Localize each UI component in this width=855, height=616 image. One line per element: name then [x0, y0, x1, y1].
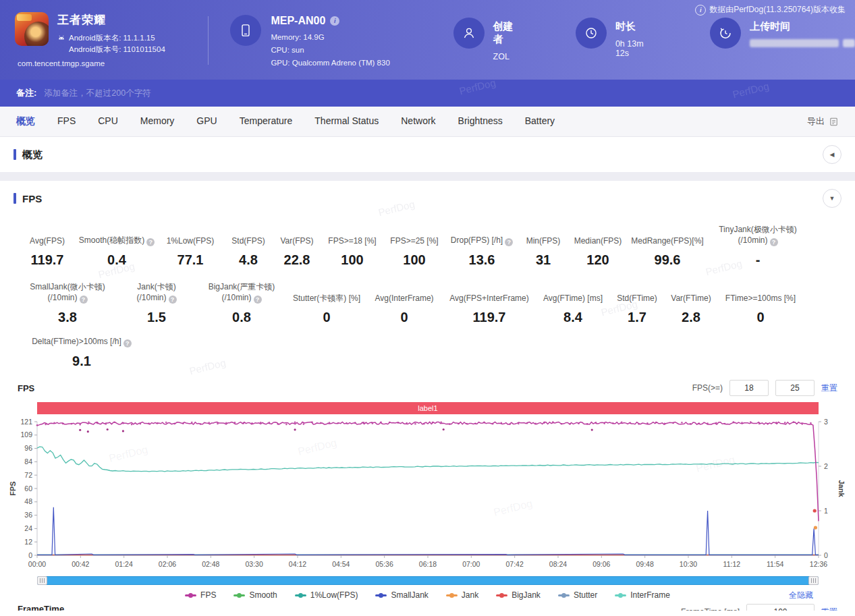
fps-threshold-input-2[interactable] — [775, 380, 815, 396]
fps-collapse-button[interactable]: ▼ — [823, 189, 842, 208]
metric-value: 4.8 — [224, 252, 273, 268]
legend-marker — [185, 594, 196, 596]
android-version-code: Android版本号: 1101011504 — [57, 44, 165, 55]
metric-cell: Min(FPS)31 — [518, 235, 568, 268]
metric-cell: FPS>=25 [%]100 — [383, 235, 445, 268]
fps-metrics-row-2: SmallJank(微小卡顿)(/10min)?3.8Jank(卡顿)(/10m… — [0, 281, 855, 325]
y-tick-label: 0 — [28, 551, 32, 559]
metric-value: 3.8 — [18, 310, 117, 325]
frametime-threshold-input[interactable] — [746, 604, 815, 611]
legend-item-stutter[interactable]: Stutter — [558, 590, 597, 600]
metric-label: FPS>=18 [%] — [321, 235, 383, 246]
metric-value: 0.4 — [77, 252, 157, 268]
tab-brightness[interactable]: Brightness — [458, 115, 503, 128]
x-tick-label: 00:00 — [28, 560, 46, 568]
metric-label: 1%Low(FPS) — [157, 235, 224, 246]
metric-value: 2.8 — [664, 310, 718, 325]
legend-marker — [233, 594, 245, 596]
help-icon[interactable]: ? — [123, 339, 132, 347]
info-icon: i — [695, 5, 706, 16]
x-tick-label: 07:42 — [506, 560, 524, 568]
metric-cell: FPS>=18 [%]100 — [321, 235, 383, 268]
game-app-icon — [15, 12, 49, 46]
x-tick-label: 12:36 — [810, 560, 827, 568]
duration-value: 0h 13m 12s — [615, 39, 657, 58]
y-tick-label: 121 — [20, 418, 32, 426]
redacted-bar — [750, 39, 839, 47]
legend-item-smalljank[interactable]: SmallJank — [375, 590, 428, 600]
overview-collapse-button[interactable]: ◀ — [823, 145, 842, 164]
chart-range-scrollbar[interactable] — [37, 576, 819, 585]
legend-item-fps[interactable]: FPS — [185, 590, 216, 600]
metric-value: 31 — [518, 252, 568, 268]
tab-cpu[interactable]: CPU — [98, 115, 118, 128]
fps-threshold-label: FPS(>=) — [692, 383, 723, 393]
scrollbar-right-handle[interactable] — [808, 576, 819, 585]
metric-label: Median(FPS) — [568, 235, 628, 246]
legend-label: Stutter — [574, 590, 597, 600]
metric-label: Var(FTime) — [664, 293, 718, 304]
fps-threshold-input-1[interactable] — [729, 380, 769, 396]
metric-label: Avg(FTime) [ms] — [536, 293, 610, 304]
tab-network[interactable]: Network — [401, 115, 435, 128]
creator-block: 创建者 ZOL — [453, 18, 522, 61]
tab-fps[interactable]: FPS — [57, 115, 76, 128]
metric-cell: Var(FTime)2.8 — [664, 293, 718, 325]
help-icon[interactable]: ? — [169, 296, 177, 304]
legend-item-smooth[interactable]: Smooth — [233, 590, 277, 600]
note-input[interactable] — [43, 88, 839, 99]
tab-thermal-status[interactable]: Thermal Status — [314, 115, 379, 128]
device-info-icon[interactable]: i — [330, 16, 339, 26]
legend-marker — [446, 594, 458, 596]
export-button[interactable]: 导出 — [807, 115, 839, 128]
legend-item-1-low-fps-[interactable]: 1%Low(FPS) — [295, 590, 358, 600]
help-icon[interactable]: ? — [80, 296, 88, 304]
scene-label-band: label1 — [37, 402, 819, 414]
tab-battery[interactable]: Battery — [525, 115, 555, 128]
metric-value: 1.5 — [117, 310, 196, 325]
legend-marker — [558, 594, 570, 596]
metric-label: Stutter(卡顿率) [%] — [287, 293, 366, 304]
metric-value: 9.1 — [18, 354, 146, 369]
legend-dot — [298, 593, 303, 598]
help-icon[interactable]: ? — [505, 238, 513, 246]
scrollbar-left-handle[interactable] — [37, 576, 47, 585]
help-icon[interactable]: ? — [770, 238, 778, 246]
hide-all-link[interactable]: 全隐藏 — [789, 590, 813, 601]
help-icon[interactable]: ? — [254, 296, 262, 304]
legend-label: SmallJank — [391, 590, 428, 600]
section-divider — [0, 172, 855, 181]
frametime-reset-link[interactable]: 重置 — [821, 607, 837, 611]
x-tick-label: 05:36 — [376, 560, 393, 568]
y-tick-label: 12 — [24, 538, 32, 546]
tab-memory[interactable]: Memory — [140, 115, 175, 128]
tab-gpu[interactable]: GPU — [196, 115, 217, 128]
fps-chart-plot[interactable] — [37, 422, 819, 555]
metric-cell: MedRange(FPS)[%]99.6 — [628, 235, 707, 268]
metric-label-line2: (/10min)? — [18, 292, 117, 304]
creator-icon-circle — [453, 18, 485, 49]
legend-item-jank[interactable]: Jank — [446, 590, 478, 600]
tab-temperature[interactable]: Temperature — [240, 115, 293, 128]
metric-value: 0 — [366, 310, 443, 325]
metric-label: Var(FPS) — [273, 235, 321, 246]
right-axis-title: Jank — [837, 480, 846, 497]
metric-cell: Std(FTime)1.7 — [610, 293, 664, 325]
metric-cell: Avg(FPS+InterFrame)119.7 — [443, 293, 536, 325]
metric-value: 99.6 — [628, 252, 707, 268]
device-gpu: GPU: Qualcomm Adreno (TM) 830 — [271, 57, 389, 69]
legend-item-bigjank[interactable]: BigJank — [496, 590, 541, 600]
x-tick-label: 06:18 — [419, 560, 437, 568]
y-tick-label-right: 2 — [824, 462, 828, 470]
help-icon[interactable]: ? — [146, 238, 155, 246]
metric-value: 0 — [287, 310, 366, 325]
frametime-threshold-label: FrameTime [ms] — [681, 607, 740, 611]
title-accent-bar — [13, 193, 16, 204]
fps-threshold-reset-link[interactable]: 重置 — [821, 383, 837, 394]
metric-value: 0 — [718, 310, 803, 325]
metric-label: FPS>=25 [%] — [383, 235, 445, 246]
legend-marker — [375, 594, 387, 596]
tab-overview[interactable]: 概览 — [16, 115, 35, 128]
y-tick-label: 60 — [24, 484, 32, 493]
legend-item-interframe[interactable]: InterFrame — [615, 590, 670, 600]
